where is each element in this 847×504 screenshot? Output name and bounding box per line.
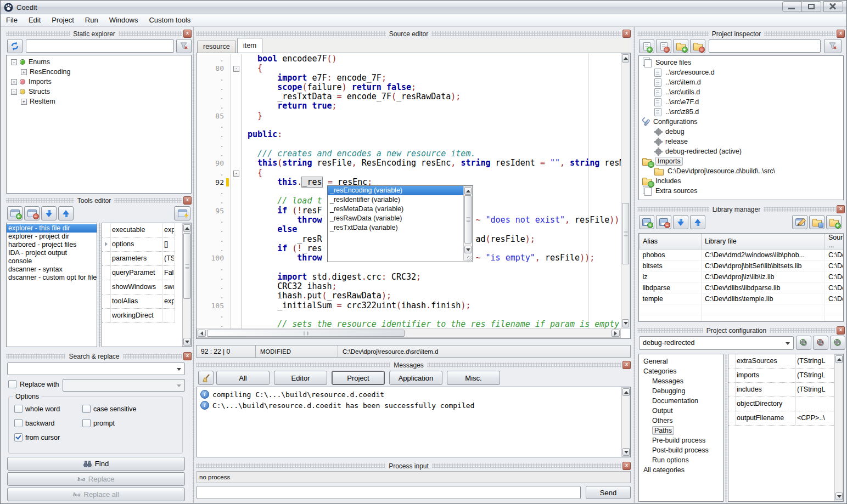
list-item[interactable]: console: [7, 257, 97, 265]
table-row[interactable]: libdparseC:\Dev\dlibs\libdparse.libC:\De…: [640, 282, 844, 293]
category-item[interactable]: Debugging: [639, 386, 723, 396]
expander-icon[interactable]: +: [21, 99, 27, 105]
fold-margin[interactable]: [231, 244, 242, 253]
tree-item[interactable]: C:\Dev\dproj\resource.d\build\..\src\: [639, 166, 843, 176]
panel-close-icon[interactable]: x: [622, 30, 631, 38]
code-line[interactable]: .: [197, 121, 621, 130]
property-value[interactable]: [163, 309, 175, 323]
property-value[interactable]: (TStringL: [796, 383, 835, 397]
checkbox-backward[interactable]: [14, 419, 23, 427]
filter-all[interactable]: All: [216, 371, 270, 385]
replace-all-button[interactable]: b›a Replace all: [7, 488, 185, 501]
right-splitter[interactable]: [632, 27, 636, 503]
tree-item[interactable]: ..\src\z85.d: [639, 107, 843, 117]
fold-margin[interactable]: [231, 206, 242, 216]
grid-expander-cell[interactable]: [102, 237, 111, 252]
fold-margin[interactable]: [231, 216, 242, 225]
fold-margin[interactable]: [231, 301, 242, 310]
code-line[interactable]: 105 _initialSum = crc322uint(ihash.finis…: [197, 301, 621, 310]
table-row[interactable]: templeC:\Dev\dlibs\temple.libC:\Dev\r...: [640, 293, 844, 304]
fold-margin[interactable]: [231, 263, 242, 273]
add-configuration-button[interactable]: [796, 336, 811, 350]
fold-margin[interactable]: [231, 196, 242, 206]
code-line[interactable]: . import std.digest.crc: CRC32;: [197, 273, 621, 282]
column-header[interactable]: Sources ...: [825, 234, 844, 250]
config-grid-scrollbar[interactable]: [834, 354, 843, 501]
fold-collapse-icon[interactable]: -: [233, 171, 239, 177]
tools-splitter[interactable]: [98, 223, 102, 347]
grid-expander-cell[interactable]: [728, 383, 736, 397]
property-value[interactable]: explorer: [163, 295, 175, 309]
list-item[interactable]: explorer - this file dir: [7, 224, 97, 233]
property-value[interactable]: (TStringL: [796, 369, 835, 383]
code-line[interactable]: .: [197, 310, 621, 320]
code-line[interactable]: . scope(failure) return false;: [197, 83, 621, 92]
fold-margin[interactable]: [231, 273, 242, 282]
filter-clear-button[interactable]: [176, 39, 192, 53]
tree-item[interactable]: debug: [639, 127, 843, 137]
tree-item[interactable]: Imports: [639, 156, 843, 166]
find-button[interactable]: Find: [7, 457, 185, 471]
table-row[interactable]: bitsetsC:\Dev\dproj\bitSet\lib\bitsets.l…: [640, 261, 844, 271]
expand-arrow-icon[interactable]: [105, 242, 108, 246]
tree-item[interactable]: +ResItem: [7, 97, 191, 106]
add-library-button[interactable]: [639, 215, 654, 229]
fold-margin[interactable]: [231, 225, 242, 234]
menu-run[interactable]: Run: [80, 14, 104, 26]
panel-close-icon[interactable]: x: [622, 462, 631, 470]
fold-margin[interactable]: [231, 291, 242, 301]
inspector-filter-input[interactable]: [709, 39, 821, 53]
tab-item[interactable]: item: [237, 38, 263, 53]
resize-grip[interactable]: [467, 256, 472, 261]
property-value[interactable]: (TStringL: [163, 252, 175, 266]
code-line[interactable]: . ihash.put(_resRawData);: [197, 291, 621, 301]
completion-item[interactable]: _resEncoding (variable): [328, 186, 463, 195]
grid-expander-cell[interactable]: [102, 295, 111, 309]
panel-close-icon[interactable]: x: [837, 326, 845, 335]
checkbox-from-cursor[interactable]: [14, 433, 23, 441]
property-value[interactable]: False: [163, 266, 175, 280]
execute-tool-button[interactable]: [174, 206, 190, 220]
code-line[interactable]: . /// creates and encodes a new resource…: [197, 149, 621, 158]
clear-messages-button[interactable]: [198, 371, 214, 385]
code-line[interactable]: 90 this(string resFile, ResEncoding resE…: [197, 158, 621, 168]
move-tool-down-button[interactable]: [41, 206, 57, 220]
list-item[interactable]: dscanner - syntax: [7, 265, 97, 274]
code-line[interactable]: . return true;: [197, 101, 621, 111]
panel-close-icon[interactable]: x: [183, 352, 192, 360]
fold-margin[interactable]: [231, 54, 242, 64]
search-term-combo[interactable]: [7, 363, 185, 375]
fold-margin[interactable]: [231, 83, 242, 92]
inspector-filter-button[interactable]: [824, 39, 842, 53]
fold-margin[interactable]: -: [231, 64, 242, 73]
remove-library-button[interactable]: [656, 215, 671, 229]
tree-item[interactable]: release: [639, 137, 843, 146]
panel-close-icon[interactable]: x: [622, 361, 631, 369]
fold-margin[interactable]: [231, 140, 242, 149]
remove-configuration-button[interactable]: [813, 336, 828, 350]
tree-item[interactable]: ..\src\utils.d: [639, 87, 843, 97]
remove-source-button[interactable]: [656, 39, 671, 53]
category-item[interactable]: Run options: [639, 455, 723, 465]
filter-project[interactable]: Project: [332, 371, 385, 385]
add-folder-button[interactable]: [673, 39, 688, 53]
property-value[interactable]: [796, 397, 835, 411]
editor-vscrollbar[interactable]: [621, 53, 630, 329]
register-dub-button[interactable]: [809, 215, 824, 229]
code-line[interactable]: . import e7F: encode_7F;: [197, 73, 621, 83]
code-line[interactable]: .- {: [197, 168, 621, 178]
filter-application[interactable]: Application: [389, 371, 442, 385]
menu-project[interactable]: Project: [46, 14, 79, 26]
grid-expander-cell[interactable]: [102, 309, 111, 323]
column-header[interactable]: Library file: [702, 234, 825, 250]
category-item[interactable]: Paths: [639, 426, 723, 435]
grid-expander-cell[interactable]: [728, 411, 736, 426]
fold-margin[interactable]: [231, 130, 242, 139]
log-line[interactable]: iC:\...\build\resource.d.coedit has been…: [198, 400, 629, 411]
fold-margin[interactable]: [231, 320, 242, 329]
tree-item[interactable]: +Imports: [7, 77, 191, 87]
grid-expander-cell[interactable]: [102, 252, 111, 266]
category-item[interactable]: Pre-build process: [639, 435, 723, 445]
code-line[interactable]: .: [197, 140, 621, 149]
remove-folder-button[interactable]: [690, 39, 705, 53]
